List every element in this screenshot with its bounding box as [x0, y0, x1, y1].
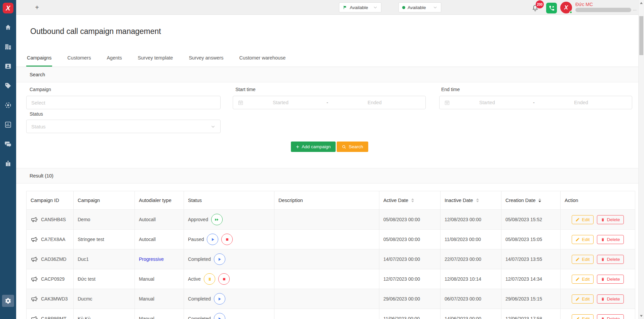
tab-customer-warehouse[interactable]: Customer warehouse	[239, 55, 287, 67]
cell-description	[274, 210, 379, 230]
cell-status: Completed	[184, 309, 274, 319]
cell-campaign-name: Stringee test	[74, 230, 135, 249]
sidebar-item-report-chart[interactable]	[4, 121, 12, 128]
edit-button[interactable]: Edit	[572, 255, 593, 264]
play-campaign-button[interactable]	[214, 253, 225, 265]
settings-button[interactable]	[2, 295, 14, 307]
status-value: Paused	[188, 237, 204, 242]
delete-button[interactable]: Delete	[597, 255, 624, 264]
calendar-icon	[444, 100, 450, 106]
flag-icon	[343, 5, 347, 10]
delete-button[interactable]: Delete	[597, 235, 624, 244]
search-button[interactable]: Search	[337, 142, 368, 152]
scrollbar-down-arrow[interactable]	[640, 315, 643, 317]
tab-campaigns[interactable]: Campaigns	[26, 55, 52, 67]
start-time-label: Start time	[235, 87, 256, 92]
column-header-creation-date[interactable]: Creation Date	[501, 191, 561, 210]
tab-survey-template[interactable]: Survey template	[137, 55, 174, 67]
sidebar-item-building[interactable]	[4, 43, 12, 50]
column-header-action: Action	[561, 191, 635, 210]
user-avatar[interactable]: X	[560, 2, 572, 13]
column-header-inactive-date[interactable]: Inactive Date	[441, 191, 501, 210]
pause-campaign-button[interactable]	[204, 273, 215, 285]
play-campaign-button[interactable]	[214, 293, 225, 305]
sidebar-item-tag[interactable]	[4, 82, 12, 89]
sidebar-item-target[interactable]	[4, 102, 12, 109]
cell-creation-date: 05/08/2023 15:05	[501, 230, 561, 249]
new-tab-button[interactable]: +	[32, 3, 42, 12]
end-time-range-picker[interactable]: Started - Ended	[439, 96, 632, 109]
cell-campaign-name: Đức test	[74, 269, 135, 289]
calendar-icon	[238, 100, 243, 106]
play-campaign-button[interactable]	[214, 313, 225, 319]
start-time-range-picker[interactable]: Started - Ended	[233, 96, 426, 109]
tab-survey-answers[interactable]: Survey answers	[188, 55, 224, 67]
edit-button[interactable]: Edit	[572, 294, 593, 304]
tab-agents[interactable]: Agents	[106, 55, 122, 67]
table-row: CAD36ZMDDuc1ProgressiveCompleted14/07/20…	[27, 249, 635, 269]
cell-description	[274, 230, 379, 249]
stop-campaign-button[interactable]	[218, 273, 230, 285]
delete-button[interactable]: Delete	[597, 275, 624, 284]
tab-customers[interactable]: Customers	[67, 55, 91, 67]
cell-campaign-id: CAN5HB4S	[27, 210, 74, 230]
cell-status: Completed	[184, 249, 274, 269]
campaign-select-input[interactable]	[27, 96, 220, 109]
sort-carets-icon[interactable]	[538, 198, 541, 202]
campaign-select[interactable]	[26, 96, 221, 109]
sort-carets-icon[interactable]	[476, 198, 479, 202]
sidebar-item-knowledge-book[interactable]	[4, 160, 12, 167]
delete-button-label: Delete	[607, 237, 620, 242]
column-header-active-date[interactable]: Active Date	[379, 191, 441, 210]
sort-carets-icon[interactable]	[411, 198, 414, 202]
column-header-autodialer-type: Autodialer type	[135, 191, 184, 210]
play-campaign-button[interactable]	[207, 234, 218, 245]
edit-button[interactable]: Edit	[572, 275, 593, 284]
report-chart-icon	[4, 121, 12, 128]
autodialer-type-value: Progressive	[139, 256, 164, 262]
target-icon	[4, 102, 12, 109]
column-header-description: Description	[274, 191, 379, 210]
sidebar-item-contacts[interactable]	[4, 63, 12, 70]
status-select[interactable]: Status	[26, 120, 221, 133]
app-logo[interactable]: X	[3, 3, 13, 13]
delete-button[interactable]: Delete	[597, 294, 624, 304]
autodialer-type-value: Autocall	[139, 237, 156, 242]
edit-button[interactable]: Edit	[572, 314, 593, 319]
cell-creation-date: 12/07/2023 14:34	[501, 269, 561, 289]
agent-status-dropdown[interactable]: Available	[339, 2, 381, 12]
call-status-dropdown[interactable]: Available	[399, 2, 441, 12]
chat-icon	[4, 141, 12, 148]
sidebar-item-chat[interactable]	[4, 141, 12, 148]
cell-autodialer-type: Manual	[135, 309, 184, 319]
column-label: Autodialer type	[139, 198, 172, 203]
phone-icon	[548, 5, 555, 11]
cell-creation-date: 05/08/2023 15:52	[501, 210, 561, 230]
edit-button[interactable]: Edit	[572, 235, 593, 244]
tab-bar: CampaignsCustomersAgentsSurvey templateS…	[26, 55, 286, 67]
resume-campaign-button[interactable]	[211, 214, 223, 225]
autodialer-type-value: Manual	[139, 316, 154, 319]
vertical-scrollbar[interactable]	[638, 0, 644, 319]
add-campaign-button[interactable]: + Add campaign	[291, 142, 336, 152]
scrollbar-up-arrow[interactable]	[640, 2, 643, 4]
sidebar-item-home[interactable]	[4, 24, 12, 31]
delete-button[interactable]: Delete	[597, 314, 624, 319]
column-label: Status	[188, 198, 202, 203]
stop-campaign-button[interactable]	[221, 234, 233, 245]
home-icon	[4, 24, 12, 31]
cell-action: EditDelete	[561, 269, 635, 289]
cell-inactive-date: 11/08/2023 00:00	[441, 230, 501, 249]
scrollbar-thumb[interactable]	[639, 16, 643, 55]
column-header-status: Status	[184, 191, 274, 210]
cell-campaign-name: Kù Kù	[74, 309, 135, 319]
cell-status: Completed	[184, 289, 274, 309]
cell-active-date: 05/08/2023 00:00	[379, 230, 441, 249]
cell-campaign-name: Duc1	[74, 249, 135, 269]
phone-call-button[interactable]	[546, 3, 557, 13]
edit-button[interactable]: Edit	[572, 215, 593, 224]
delete-button[interactable]: Delete	[597, 215, 624, 224]
started-placeholder: Started	[273, 100, 289, 105]
edit-button-label: Edit	[582, 277, 590, 282]
user-name[interactable]: Đức MC	[575, 2, 593, 7]
